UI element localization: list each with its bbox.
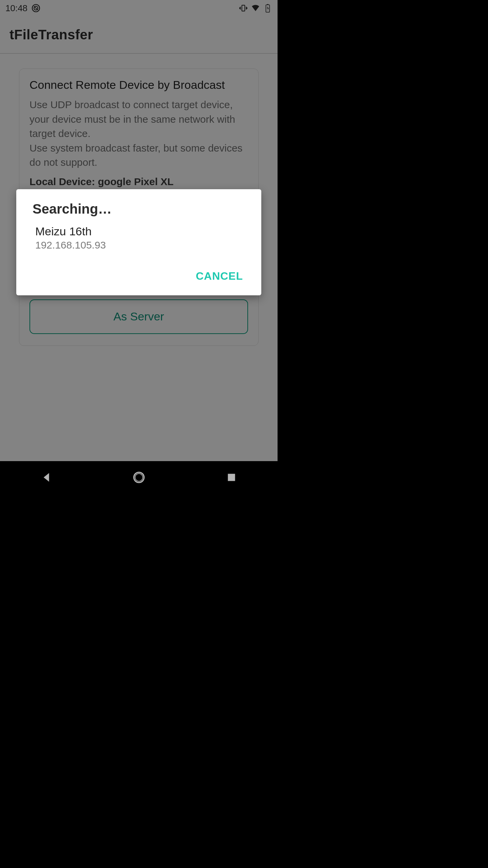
system-nav-bar xyxy=(0,461,278,494)
searching-dialog: Searching… Meizu 16th 192.168.105.93 CAN… xyxy=(16,189,261,295)
dialog-title: Searching… xyxy=(16,201,261,224)
cancel-label: CANCEL xyxy=(196,270,243,282)
nav-recents-button[interactable] xyxy=(225,471,238,484)
svg-point-6 xyxy=(135,474,143,481)
nav-home-button[interactable] xyxy=(132,471,146,484)
device-list-item[interactable]: Meizu 16th 192.168.105.93 xyxy=(16,224,261,260)
device-ip: 192.168.105.93 xyxy=(35,239,242,251)
screen-root: 10:48 tFileTransfer xyxy=(0,0,278,494)
dialog-actions: CANCEL xyxy=(16,260,261,289)
svg-rect-7 xyxy=(228,474,235,481)
device-name: Meizu 16th xyxy=(35,225,242,238)
cancel-button[interactable]: CANCEL xyxy=(190,267,248,286)
nav-back-button[interactable] xyxy=(40,471,53,484)
